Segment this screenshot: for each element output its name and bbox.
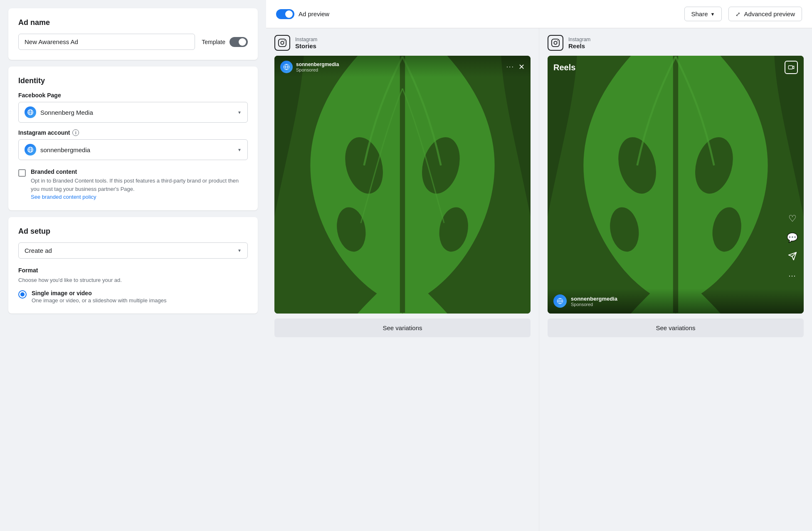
svg-point-22 — [554, 41, 557, 44]
reels-heart-icon[interactable]: ♡ — [788, 213, 797, 224]
stories-username: sonnenbergmedia — [296, 62, 339, 67]
single-image-radio[interactable] — [18, 290, 27, 299]
identity-title: Identity — [18, 77, 248, 85]
reels-comment-icon[interactable]: 💬 — [787, 232, 798, 243]
format-label: Format — [18, 267, 248, 274]
stories-sponsored: Sponsored — [296, 67, 339, 72]
ad-preview-label: Ad preview — [299, 10, 329, 17]
facebook-page-arrow: ▼ — [237, 110, 242, 115]
share-button[interactable]: Share ▼ — [684, 7, 722, 21]
share-arrow-icon: ▼ — [711, 12, 715, 17]
stories-close-icon[interactable]: ✕ — [518, 62, 525, 72]
ad-preview-toggle-group: Ad preview — [276, 9, 678, 19]
ad-setup-card: Ad setup Create ad ▼ Format Choose how y… — [8, 217, 258, 314]
reels-share-icon[interactable] — [788, 252, 797, 263]
stories-preview-card: sonnenbergmedia Sponsored ··· ✕ — [274, 56, 531, 314]
svg-rect-21 — [552, 39, 559, 47]
stories-more-icon[interactable]: ··· — [506, 63, 514, 71]
advanced-preview-label: Advanced preview — [744, 10, 795, 17]
instagram-account-value: sonnenbergmedia — [40, 146, 90, 153]
reels-camera-icon[interactable] — [785, 61, 798, 74]
ad-name-row: Template — [18, 34, 248, 50]
stories-see-variations-button[interactable]: See variations — [274, 319, 531, 337]
reels-column: Instagram Reels — [539, 28, 812, 531]
ad-setup-dropdown[interactable]: Create ad ▼ — [18, 242, 248, 259]
stories-column: Instagram Stories — [266, 28, 539, 531]
reels-overlay-top: Reels — [553, 61, 798, 74]
stories-platform-type: Stories — [295, 42, 317, 49]
stories-instagram-icon — [274, 35, 290, 51]
reels-sponsored: Sponsored — [571, 302, 617, 307]
instagram-info-icon[interactable]: i — [72, 129, 79, 136]
single-image-radio-inner — [20, 292, 25, 296]
reels-leaf-bg — [548, 56, 804, 314]
branded-content-policy-link[interactable]: See branded content policy — [31, 194, 96, 200]
svg-rect-10 — [279, 39, 286, 47]
template-label: Template — [202, 39, 225, 45]
reels-instagram-icon — [548, 35, 563, 51]
ad-setup-title: Ad setup — [18, 227, 248, 236]
ad-preview-toggle[interactable] — [276, 9, 294, 19]
stories-platform-name: Instagram — [295, 37, 317, 42]
reels-avatar — [553, 294, 567, 308]
identity-card: Identity Facebook Page Sonnenberg Media … — [8, 67, 258, 210]
template-toggle-group: Template — [202, 37, 248, 47]
reels-username: sonnenbergmedia — [571, 296, 617, 302]
reels-platform-type: Reels — [568, 42, 590, 49]
instagram-account-arrow: ▼ — [237, 148, 242, 152]
share-label: Share — [691, 10, 708, 17]
facebook-page-left: Sonnenberg Media — [25, 106, 93, 118]
svg-point-23 — [557, 40, 558, 41]
reels-more-icon[interactable]: ··· — [788, 272, 796, 280]
reels-platform-info: Instagram Reels — [568, 37, 590, 49]
single-image-option[interactable]: Single image or video One image or video… — [18, 290, 248, 304]
svg-rect-29 — [788, 66, 792, 69]
single-image-text-group: Single image or video One image or video… — [32, 290, 166, 304]
svg-point-11 — [281, 41, 284, 44]
right-panel: Ad preview Share ▼ ⤢ Advanced preview — [266, 0, 812, 531]
ad-setup-arrow: ▼ — [237, 248, 242, 253]
reels-preview-card: Reels ♡ 💬 — [548, 56, 804, 314]
ad-name-input[interactable] — [18, 34, 195, 50]
facebook-page-label: Facebook Page — [18, 92, 248, 99]
branded-content-checkbox[interactable] — [18, 169, 26, 177]
ad-name-title: Ad name — [18, 18, 248, 27]
branded-content-label: Branded content — [31, 168, 248, 175]
ad-setup-left: Create ad — [25, 247, 52, 254]
stories-overlay: sonnenbergmedia Sponsored ··· ✕ — [274, 56, 531, 77]
facebook-page-dropdown[interactable]: Sonnenberg Media ▼ — [18, 102, 248, 123]
instagram-account-icon — [25, 144, 36, 156]
left-panel: Ad name Template Identity Facebook Page — [0, 0, 266, 531]
reels-platform-header: Instagram Reels — [539, 28, 812, 56]
facebook-page-icon — [25, 106, 36, 118]
branded-content-content: Branded content Opt in to Branded Conten… — [31, 168, 248, 200]
preview-header: Ad preview Share ▼ ⤢ Advanced preview — [266, 0, 812, 28]
reels-see-variations-button[interactable]: See variations — [548, 319, 804, 337]
stories-user-info: sonnenbergmedia Sponsored — [280, 61, 339, 73]
stories-avatar — [280, 61, 293, 73]
svg-point-12 — [284, 40, 285, 41]
stories-actions: ··· ✕ — [506, 62, 525, 72]
reels-platform-name: Instagram — [568, 37, 590, 42]
reels-bottom-info: sonnenbergmedia Sponsored — [548, 289, 804, 314]
branded-content-row: Branded content Opt in to Branded Conten… — [18, 168, 248, 200]
instagram-account-dropdown[interactable]: sonnenbergmedia ▼ — [18, 139, 248, 160]
stories-user-text: sonnenbergmedia Sponsored — [296, 62, 339, 72]
facebook-page-value: Sonnenberg Media — [40, 109, 93, 116]
template-toggle[interactable] — [230, 37, 248, 47]
reels-label: Reels — [553, 63, 575, 72]
previews-area: Instagram Stories — [266, 28, 812, 531]
instagram-account-left: sonnenbergmedia — [25, 144, 90, 156]
advanced-preview-button[interactable]: ⤢ Advanced preview — [728, 7, 802, 21]
reels-user-text: sonnenbergmedia Sponsored — [571, 296, 617, 307]
format-desc: Choose how you'd like to structure your … — [18, 277, 248, 283]
stories-leaf-bg — [274, 56, 531, 314]
reels-right-actions: ♡ 💬 ··· — [787, 213, 798, 280]
single-image-desc: One image or video, or a slideshow with … — [32, 297, 166, 304]
instagram-account-label-row: Instagram account i — [18, 129, 248, 136]
instagram-account-label: Instagram account — [18, 129, 70, 136]
ad-name-card: Ad name Template — [8, 8, 258, 60]
stories-platform-header: Instagram Stories — [266, 28, 539, 56]
single-image-label: Single image or video — [32, 290, 166, 296]
stories-platform-info: Instagram Stories — [295, 37, 317, 49]
